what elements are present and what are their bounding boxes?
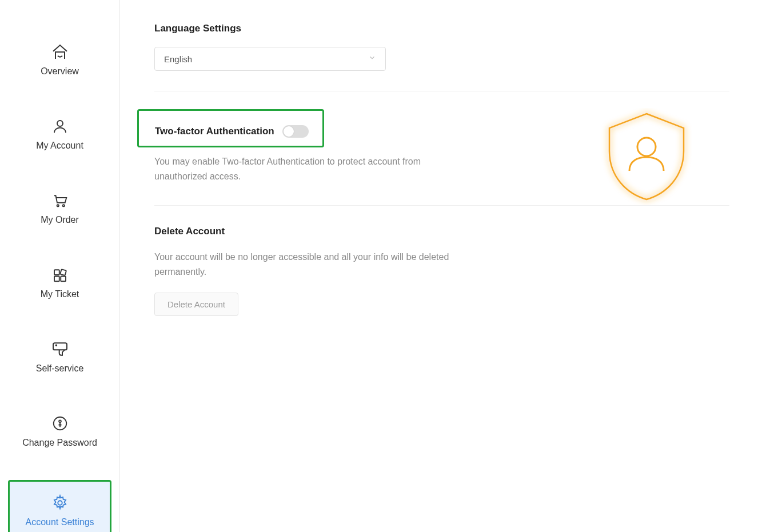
svg-rect-3 (54, 270, 59, 275)
chevron-down-icon (368, 54, 376, 64)
sidebar-item-label: Overview (41, 66, 79, 77)
language-settings-section: Language Settings English (154, 23, 729, 91)
language-selected-value: English (164, 54, 192, 64)
svg-point-10 (59, 420, 61, 422)
delete-account-section: Delete Account Your account will be no l… (154, 226, 729, 336)
sidebar-item-my-order[interactable]: My Order (0, 183, 119, 233)
delete-account-title: Delete Account (154, 226, 729, 237)
key-icon (50, 414, 70, 433)
svg-point-8 (55, 345, 57, 346)
ticket-icon (50, 265, 70, 285)
self-service-icon (50, 339, 70, 359)
main-content: Language Settings English Two-factor Aut… (120, 0, 758, 532)
svg-point-11 (58, 501, 62, 505)
delete-account-description: Your account will be no longer accessibl… (154, 250, 474, 280)
sidebar-item-label: Account Settings (25, 517, 94, 527)
toggle-knob (284, 126, 294, 137)
twofa-description: You may enable Two-factor Authentication… (154, 154, 474, 185)
sidebar-item-overview[interactable]: Overview (0, 34, 119, 85)
twofa-content: Two-factor Authentication You may enable… (154, 111, 598, 185)
sidebar-item-label: Self-service (36, 363, 84, 374)
sidebar-item-label: My Order (41, 215, 79, 225)
svg-point-0 (57, 121, 63, 126)
svg-rect-4 (60, 269, 66, 275)
sidebar: Overview My Account My Order My Ticket S… (0, 0, 120, 532)
twofa-toggle[interactable] (282, 125, 309, 138)
svg-rect-7 (53, 343, 67, 350)
svg-rect-5 (54, 277, 59, 282)
user-icon (50, 117, 70, 136)
sidebar-item-my-ticket[interactable]: My Ticket (0, 257, 119, 307)
sidebar-item-my-account[interactable]: My Account (0, 109, 119, 159)
sidebar-item-label: Change Password (22, 438, 97, 448)
sidebar-item-label: My Ticket (41, 289, 79, 299)
svg-point-12 (637, 138, 656, 156)
sidebar-item-self-service[interactable]: Self-service (0, 331, 119, 382)
twofa-title: Two-factor Authentication (155, 126, 274, 137)
language-select[interactable]: English (154, 47, 386, 71)
twofa-section: Two-factor Authentication You may enable… (154, 111, 729, 206)
twofa-header-highlight: Two-factor Authentication (137, 109, 324, 147)
delete-account-button[interactable]: Delete Account (154, 293, 238, 316)
language-settings-title: Language Settings (154, 23, 729, 34)
sidebar-item-account-settings[interactable]: Account Settings (8, 480, 111, 532)
sidebar-item-label: My Account (36, 141, 83, 151)
home-icon (50, 42, 70, 62)
svg-rect-6 (61, 277, 66, 282)
svg-point-1 (57, 205, 58, 206)
gear-icon (50, 493, 70, 513)
shield-user-icon (598, 108, 695, 205)
cart-icon (50, 191, 70, 210)
svg-point-2 (62, 205, 64, 206)
sidebar-item-change-password[interactable]: Change Password (0, 406, 119, 456)
